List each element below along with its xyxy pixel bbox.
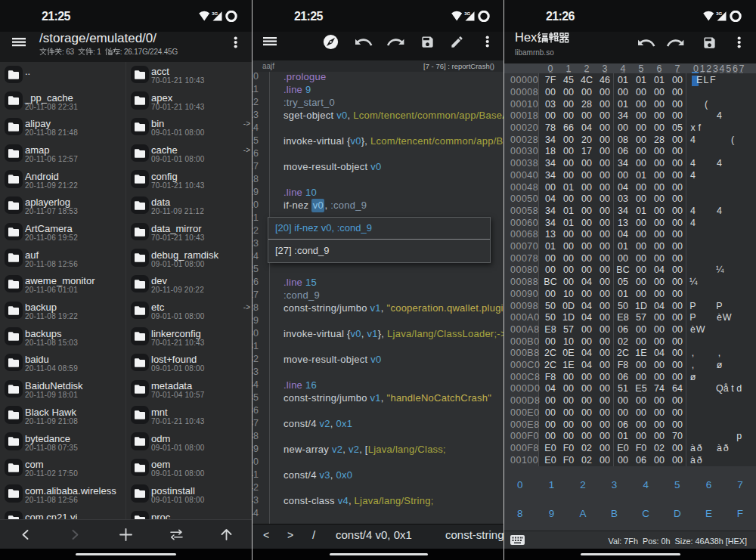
svg-text:3G: 3G	[212, 11, 218, 16]
svg-text:3G: 3G	[464, 11, 470, 16]
svg-text:3G: 3G	[716, 11, 722, 16]
